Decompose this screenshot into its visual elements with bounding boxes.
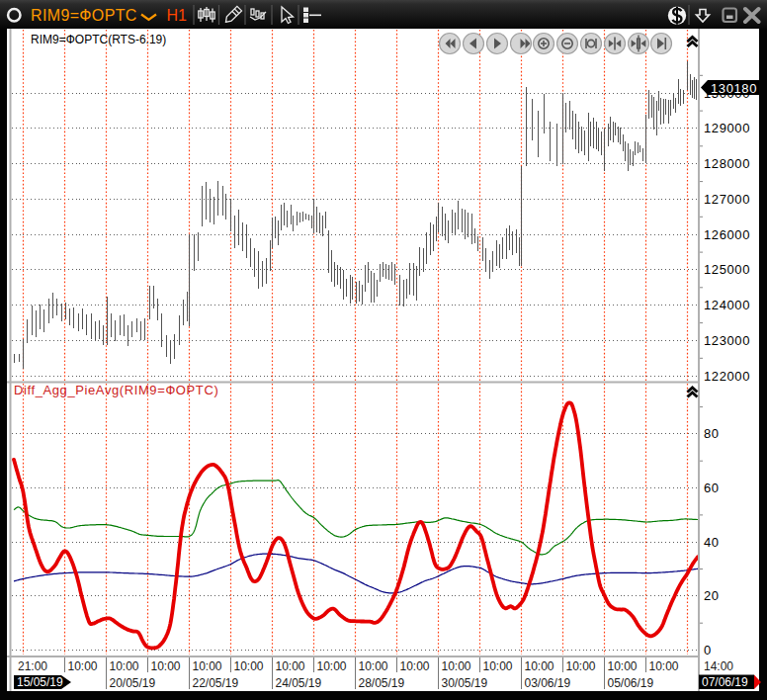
svg-text:127000: 127000 xyxy=(704,192,750,207)
svg-text:129000: 129000 xyxy=(704,121,750,135)
svg-text:130180: 130180 xyxy=(711,81,757,96)
svg-text:10:00: 10:00 xyxy=(151,659,181,673)
svg-text:10:00: 10:00 xyxy=(68,659,98,673)
svg-text:10:00: 10:00 xyxy=(483,659,513,673)
svg-text:14:00: 14:00 xyxy=(704,659,733,673)
svg-text:60: 60 xyxy=(704,481,720,495)
svg-text:40: 40 xyxy=(704,535,720,550)
svg-text:10:00: 10:00 xyxy=(234,659,264,673)
svg-text:10:00: 10:00 xyxy=(649,659,679,673)
svg-text:RIM9=ФOPTC(RTS-6.19): RIM9=ФOPTC(RTS-6.19) xyxy=(31,33,166,46)
svg-text:10:00: 10:00 xyxy=(608,659,638,673)
svg-text:10:00: 10:00 xyxy=(442,659,471,673)
svg-text:21:00: 21:00 xyxy=(18,659,47,673)
svg-text:10:00: 10:00 xyxy=(525,659,554,673)
svg-text:128000: 128000 xyxy=(704,156,750,171)
svg-text:80: 80 xyxy=(704,426,720,441)
svg-text:10:00: 10:00 xyxy=(566,659,596,673)
svg-text:10:00: 10:00 xyxy=(193,659,222,673)
svg-text:24/05/19: 24/05/19 xyxy=(276,676,322,690)
svg-text:RIM9=ФOPTC: RIM9=ФOPTC xyxy=(31,7,137,24)
svg-text:Diff_Agg_PieAvg(RIM9=ФOPTC): Diff_Agg_PieAvg(RIM9=ФOPTC) xyxy=(14,383,218,397)
svg-text:15/05/19: 15/05/19 xyxy=(17,675,63,689)
svg-text:22/05/19: 22/05/19 xyxy=(193,676,239,690)
svg-text:20: 20 xyxy=(704,588,720,603)
svg-text:H1: H1 xyxy=(167,7,188,24)
svg-text:10:00: 10:00 xyxy=(276,659,305,673)
svg-text:07/06/19: 07/06/19 xyxy=(702,675,748,689)
svg-text:20/05/19: 20/05/19 xyxy=(110,676,156,690)
svg-text:28/05/19: 28/05/19 xyxy=(359,676,405,690)
svg-text:125000: 125000 xyxy=(704,262,750,277)
svg-text:122000: 122000 xyxy=(704,369,750,384)
svg-text:05/06/19: 05/06/19 xyxy=(608,676,654,690)
svg-text:124000: 124000 xyxy=(704,298,750,312)
svg-text:123000: 123000 xyxy=(704,333,750,348)
svg-text:03/06/19: 03/06/19 xyxy=(525,676,571,690)
svg-text:0: 0 xyxy=(704,643,712,657)
svg-text:126000: 126000 xyxy=(704,227,750,242)
svg-text:30/05/19: 30/05/19 xyxy=(442,676,488,690)
svg-text:10:00: 10:00 xyxy=(317,659,347,673)
svg-text:10:00: 10:00 xyxy=(359,659,388,673)
svg-text:10:00: 10:00 xyxy=(400,659,430,673)
svg-text:10:00: 10:00 xyxy=(110,659,139,673)
